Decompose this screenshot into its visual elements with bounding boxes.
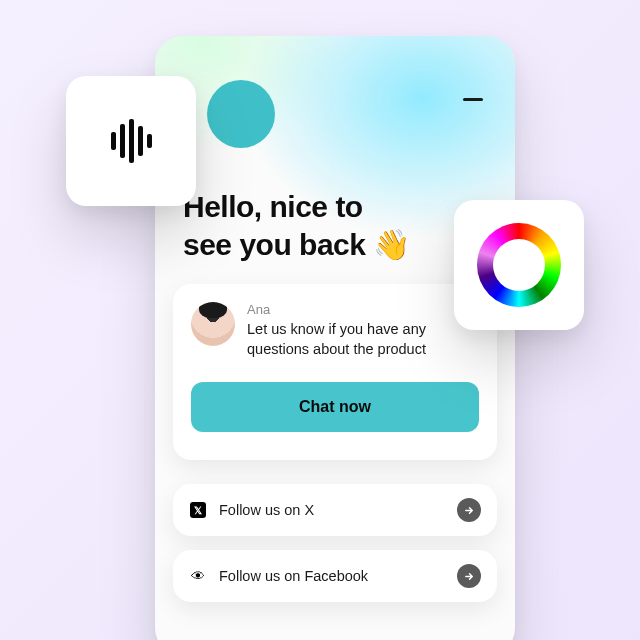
- message-card: Ana Let us know if you have any question…: [173, 284, 497, 460]
- message-text: Let us know if you have any questions ab…: [247, 319, 479, 360]
- message-row: Ana Let us know if you have any question…: [191, 302, 479, 360]
- minimize-button[interactable]: [463, 98, 483, 101]
- avatar: [191, 302, 235, 346]
- audio-waveform-icon: [111, 119, 152, 163]
- link-label: Follow us on X: [219, 502, 457, 518]
- message-body: Ana Let us know if you have any question…: [247, 302, 479, 360]
- color-wheel-icon: [477, 223, 561, 307]
- arrow-right-icon: [457, 498, 481, 522]
- color-wheel-tile: [454, 200, 584, 330]
- link-label: Follow us on Facebook: [219, 568, 457, 584]
- x-logo-icon: 𝕏: [189, 501, 207, 519]
- audio-waveform-tile: [66, 76, 196, 206]
- chat-widget: Hello, nice to see you back 👋 Ana Let us…: [155, 36, 515, 640]
- accent-circle: [207, 80, 275, 148]
- greeting-heading: Hello, nice to see you back 👋: [183, 188, 487, 263]
- link-follow-x[interactable]: 𝕏 Follow us on X: [173, 484, 497, 536]
- arrow-right-icon: [457, 564, 481, 588]
- message-author: Ana: [247, 302, 479, 317]
- wave-emoji: 👋: [373, 228, 410, 261]
- greeting-line2: see you back: [183, 228, 365, 261]
- chat-now-button[interactable]: Chat now: [191, 382, 479, 432]
- link-follow-facebook[interactable]: 👁 Follow us on Facebook: [173, 550, 497, 602]
- greeting-line1: Hello, nice to: [183, 190, 363, 223]
- eye-icon: 👁: [189, 567, 207, 585]
